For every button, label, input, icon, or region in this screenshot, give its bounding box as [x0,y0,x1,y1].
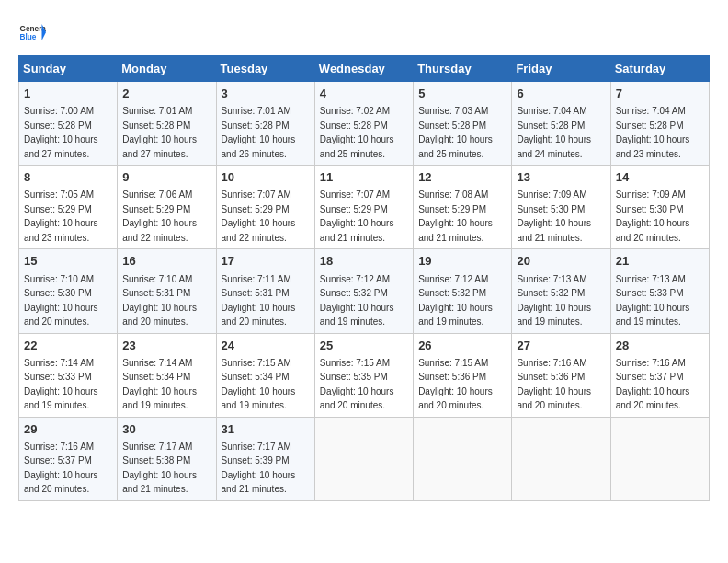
day-info: Sunrise: 7:06 AMSunset: 5:29 PMDaylight:… [122,190,197,243]
logo: General Blue [18,18,46,46]
page-header: General Blue [18,18,710,46]
day-info: Sunrise: 7:03 AMSunset: 5:28 PMDaylight:… [418,106,493,159]
day-number: 26 [418,338,506,354]
day-info: Sunrise: 7:05 AMSunset: 5:29 PMDaylight:… [24,190,98,243]
day-info: Sunrise: 7:12 AMSunset: 5:32 PMDaylight:… [320,274,394,327]
day-info: Sunrise: 7:16 AMSunset: 5:36 PMDaylight:… [517,358,591,411]
day-info: Sunrise: 7:16 AMSunset: 5:37 PMDaylight:… [616,358,690,411]
calendar-day: 8 Sunrise: 7:05 AMSunset: 5:29 PMDayligh… [19,166,118,249]
calendar-day: 5 Sunrise: 7:03 AMSunset: 5:28 PMDayligh… [414,82,512,166]
day-info: Sunrise: 7:10 AMSunset: 5:31 PMDaylight:… [122,274,197,327]
calendar-day: 18 Sunrise: 7:12 AMSunset: 5:32 PMDaylig… [314,249,413,333]
calendar-day: 23 Sunrise: 7:14 AMSunset: 5:34 PMDaylig… [118,333,216,417]
day-info: Sunrise: 7:17 AMSunset: 5:39 PMDaylight:… [222,442,296,495]
calendar-day: 3 Sunrise: 7:01 AMSunset: 5:28 PMDayligh… [216,82,314,166]
day-number: 3 [222,86,310,102]
day-info: Sunrise: 7:14 AMSunset: 5:34 PMDaylight:… [122,358,197,411]
calendar-day: 15 Sunrise: 7:10 AMSunset: 5:30 PMDaylig… [19,249,118,333]
day-info: Sunrise: 7:15 AMSunset: 5:36 PMDaylight:… [418,358,493,411]
day-number: 17 [222,253,310,270]
calendar-week: 29 Sunrise: 7:16 AMSunset: 5:37 PMDaylig… [19,417,710,500]
calendar-day [414,417,512,500]
day-number: 13 [517,169,605,186]
day-number: 28 [616,338,704,354]
calendar-day: 21 Sunrise: 7:13 AMSunset: 5:33 PMDaylig… [610,249,709,333]
weekday-header: Monday [118,56,216,82]
logo-icon: General Blue [18,18,46,46]
day-number: 22 [24,338,112,354]
day-info: Sunrise: 7:15 AMSunset: 5:34 PMDaylight:… [222,358,296,411]
day-number: 29 [24,421,112,438]
day-number: 1 [24,86,112,102]
day-info: Sunrise: 7:04 AMSunset: 5:28 PMDaylight:… [616,106,690,159]
calendar-table: SundayMondayTuesdayWednesdayThursdayFrid… [18,55,710,501]
day-number: 30 [122,421,210,438]
calendar-day: 27 Sunrise: 7:16 AMSunset: 5:36 PMDaylig… [512,333,610,417]
day-number: 25 [320,338,408,354]
calendar-header: SundayMondayTuesdayWednesdayThursdayFrid… [19,56,710,82]
day-info: Sunrise: 7:13 AMSunset: 5:33 PMDaylight:… [616,274,690,327]
day-number: 12 [418,169,506,186]
day-info: Sunrise: 7:00 AMSunset: 5:28 PMDaylight:… [24,106,98,159]
day-info: Sunrise: 7:01 AMSunset: 5:28 PMDaylight:… [122,106,197,159]
calendar-day: 6 Sunrise: 7:04 AMSunset: 5:28 PMDayligh… [512,82,610,166]
calendar-day: 12 Sunrise: 7:08 AMSunset: 5:29 PMDaylig… [414,166,512,249]
calendar-day [610,417,709,500]
calendar-day: 9 Sunrise: 7:06 AMSunset: 5:29 PMDayligh… [118,166,216,249]
day-info: Sunrise: 7:01 AMSunset: 5:28 PMDaylight:… [222,106,296,159]
calendar-week: 1 Sunrise: 7:00 AMSunset: 5:28 PMDayligh… [19,82,710,166]
day-number: 14 [616,169,704,186]
day-info: Sunrise: 7:13 AMSunset: 5:32 PMDaylight:… [517,274,591,327]
day-number: 2 [122,86,210,102]
calendar-week: 15 Sunrise: 7:10 AMSunset: 5:30 PMDaylig… [19,249,710,333]
calendar-day: 4 Sunrise: 7:02 AMSunset: 5:28 PMDayligh… [314,82,413,166]
day-info: Sunrise: 7:17 AMSunset: 5:38 PMDaylight:… [122,442,197,495]
calendar-day: 19 Sunrise: 7:12 AMSunset: 5:32 PMDaylig… [414,249,512,333]
calendar-day: 22 Sunrise: 7:14 AMSunset: 5:33 PMDaylig… [19,333,118,417]
calendar-day: 11 Sunrise: 7:07 AMSunset: 5:29 PMDaylig… [314,166,413,249]
day-number: 18 [320,253,408,270]
calendar-week: 8 Sunrise: 7:05 AMSunset: 5:29 PMDayligh… [19,166,710,249]
day-number: 8 [24,169,112,186]
weekday-header: Saturday [610,56,709,82]
calendar-day: 10 Sunrise: 7:07 AMSunset: 5:29 PMDaylig… [216,166,314,249]
calendar-day: 24 Sunrise: 7:15 AMSunset: 5:34 PMDaylig… [216,333,314,417]
calendar-day: 31 Sunrise: 7:17 AMSunset: 5:39 PMDaylig… [216,417,314,500]
day-number: 7 [616,86,704,102]
day-number: 5 [418,86,506,102]
weekday-header: Sunday [19,56,118,82]
day-info: Sunrise: 7:07 AMSunset: 5:29 PMDaylight:… [222,190,296,243]
day-number: 16 [122,253,210,270]
day-number: 11 [320,169,408,186]
day-number: 23 [122,338,210,354]
day-info: Sunrise: 7:10 AMSunset: 5:30 PMDaylight:… [24,274,98,327]
calendar-day: 7 Sunrise: 7:04 AMSunset: 5:28 PMDayligh… [610,82,709,166]
day-number: 9 [122,169,210,186]
calendar-day [314,417,413,500]
calendar-day: 14 Sunrise: 7:09 AMSunset: 5:30 PMDaylig… [610,166,709,249]
day-info: Sunrise: 7:16 AMSunset: 5:37 PMDaylight:… [24,442,98,495]
day-info: Sunrise: 7:12 AMSunset: 5:32 PMDaylight:… [418,274,493,327]
day-number: 15 [24,253,112,270]
calendar-day: 25 Sunrise: 7:15 AMSunset: 5:35 PMDaylig… [314,333,413,417]
day-info: Sunrise: 7:07 AMSunset: 5:29 PMDaylight:… [320,190,394,243]
day-number: 21 [616,253,704,270]
day-number: 6 [517,86,605,102]
weekday-header: Friday [512,56,610,82]
day-number: 27 [517,338,605,354]
calendar-day: 2 Sunrise: 7:01 AMSunset: 5:28 PMDayligh… [118,82,216,166]
calendar-day: 13 Sunrise: 7:09 AMSunset: 5:30 PMDaylig… [512,166,610,249]
calendar-week: 22 Sunrise: 7:14 AMSunset: 5:33 PMDaylig… [19,333,710,417]
day-number: 31 [222,421,310,438]
day-info: Sunrise: 7:04 AMSunset: 5:28 PMDaylight:… [517,106,591,159]
day-info: Sunrise: 7:11 AMSunset: 5:31 PMDaylight:… [222,274,296,327]
day-number: 24 [222,338,310,354]
day-info: Sunrise: 7:09 AMSunset: 5:30 PMDaylight:… [616,190,690,243]
day-number: 10 [222,169,310,186]
calendar-day: 1 Sunrise: 7:00 AMSunset: 5:28 PMDayligh… [19,82,118,166]
calendar-day: 30 Sunrise: 7:17 AMSunset: 5:38 PMDaylig… [118,417,216,500]
calendar-day: 16 Sunrise: 7:10 AMSunset: 5:31 PMDaylig… [118,249,216,333]
calendar-day [512,417,610,500]
calendar-day: 17 Sunrise: 7:11 AMSunset: 5:31 PMDaylig… [216,249,314,333]
day-info: Sunrise: 7:14 AMSunset: 5:33 PMDaylight:… [24,358,98,411]
